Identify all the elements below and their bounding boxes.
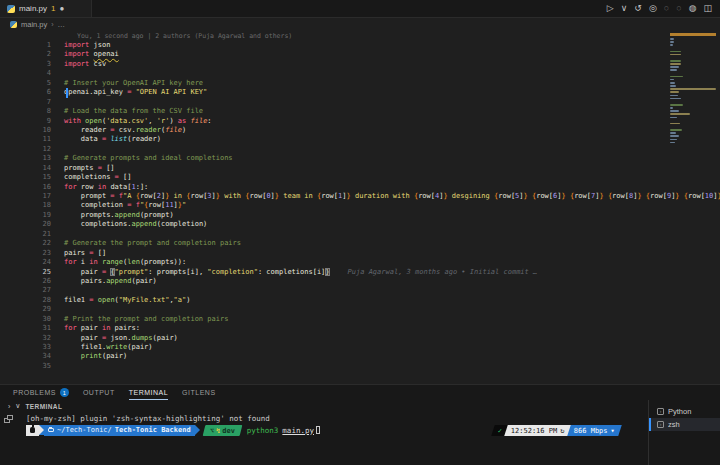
code-line[interactable]: 4	[0, 69, 720, 78]
code-line[interactable]: 5# Insert your OpenAI API key here	[0, 79, 720, 88]
line-number[interactable]: 1	[0, 41, 64, 50]
line-number[interactable]: 19	[0, 211, 64, 220]
code-line[interactable]: 8# Load the data from the CSV file	[0, 107, 720, 116]
code-line[interactable]: 33 file1.write(pair)	[0, 343, 720, 352]
panel-tab-problems[interactable]: PROBLEMS1	[13, 385, 69, 400]
line-number[interactable]: 29	[0, 305, 64, 314]
code-line[interactable]: 18 completion = f"{row[11]}"	[0, 201, 720, 210]
code-line[interactable]: 13# Generate prompts and ideal completio…	[0, 154, 720, 163]
code-line[interactable]: 2import openai	[0, 50, 720, 59]
line-number[interactable]: 14	[0, 164, 64, 173]
run-dropdown-button[interactable]: ∨	[621, 4, 628, 13]
line-number[interactable]: 11	[0, 135, 64, 144]
code-line[interactable]: 20 completions.append(completion)	[0, 220, 720, 229]
code-line[interactable]: 7	[0, 98, 720, 107]
terminal-prompt-line[interactable]: ~/Tech-Tonic/Tech-Tonic Backend ⌥ ↯ dev …	[26, 424, 648, 436]
line-number[interactable]: 15	[0, 173, 64, 182]
code-line[interactable]: 29	[0, 305, 720, 314]
code-line[interactable]: 35	[0, 362, 720, 371]
codelens-authors[interactable]: You, 1 second ago | 2 authors (Puja Agar…	[0, 31, 720, 41]
gitlens-annotations-icon[interactable]: ◍	[689, 4, 697, 13]
line-number[interactable]: 12	[0, 145, 64, 154]
next-change-icon[interactable]: ○	[676, 4, 681, 13]
panel-tab-gitlens[interactable]: GITLENS	[182, 385, 215, 400]
line-number[interactable]: 28	[0, 296, 64, 305]
terminal-command[interactable]: python3 main.py	[247, 426, 320, 435]
code-line[interactable]: 3import csv	[0, 60, 720, 69]
line-number[interactable]: 33	[0, 343, 64, 352]
line-number[interactable]: 8	[0, 107, 64, 116]
line-number[interactable]: 4	[0, 69, 64, 78]
line-number[interactable]: 26	[0, 277, 64, 286]
open-changes-icon[interactable]: ◎	[649, 4, 657, 13]
code-line[interactable]: 24for i in range(len(prompts)):	[0, 258, 720, 267]
previous-change-icon[interactable]: ○	[664, 4, 669, 13]
code-line[interactable]: 30# Print the prompt and completion pair…	[0, 315, 720, 324]
run-python-file-button[interactable]: ▷	[607, 4, 614, 13]
line-number[interactable]: 21	[0, 230, 64, 239]
line-number[interactable]: 13	[0, 154, 64, 163]
line-number[interactable]: 35	[0, 362, 64, 371]
chevron-down-icon[interactable]: ∨	[15, 402, 20, 410]
line-number[interactable]: 17	[0, 192, 64, 201]
panel-tab-terminal[interactable]: TERMINAL	[129, 385, 168, 400]
code-editor[interactable]: You, 1 second ago | 2 authors (Puja Agar…	[0, 31, 720, 384]
line-number[interactable]: 5	[0, 79, 64, 88]
code-line[interactable]: 28file1 = open("MyFile.txt","a")	[0, 296, 720, 305]
code-line[interactable]: 1import json	[0, 41, 720, 50]
line-number[interactable]: 6	[0, 88, 64, 97]
code-line[interactable]: 6openai.api_key = "OPEN AI API KEY"	[0, 88, 720, 97]
line-number[interactable]: 27	[0, 286, 64, 295]
line-number[interactable]: 20	[0, 220, 64, 229]
terminal-instance-zsh[interactable]: ›zsh	[649, 418, 720, 431]
code-line[interactable]: 17 prompt = f"A {row[2]} in {row[3]} wit…	[0, 192, 720, 201]
code-line[interactable]: 19 prompts.append(prompt)	[0, 211, 720, 220]
terminal-pane[interactable]: › ∨ TERMINAL [oh-my-zsh] plugin 'zsh-syn…	[0, 400, 648, 465]
code-line[interactable]: 9with open('data.csv', 'r') as file:	[0, 117, 720, 126]
breadcrumb-file[interactable]: main.py	[21, 20, 47, 29]
terminal-section-header[interactable]: › ∨ TERMINAL	[0, 400, 648, 412]
code-line[interactable]: 21	[0, 230, 720, 239]
panel-tab-output[interactable]: OUTPUT	[83, 385, 115, 400]
code-line[interactable]: 22# Generate the prompt and completion p…	[0, 239, 720, 248]
timeline-history-icon[interactable]: ↺	[634, 4, 642, 13]
line-number[interactable]: 23	[0, 249, 64, 258]
line-number[interactable]: 3	[0, 60, 64, 69]
line-number[interactable]: 10	[0, 126, 64, 135]
line-number[interactable]: 7	[0, 98, 64, 107]
line-number[interactable]: 34	[0, 352, 64, 361]
line-number[interactable]: 31	[0, 324, 64, 333]
tab-main-py[interactable]: main.py 1 ●	[0, 0, 92, 17]
line-number[interactable]: 24	[0, 258, 64, 267]
code-line[interactable]: 12	[0, 145, 720, 154]
minimap[interactable]	[670, 33, 718, 148]
code-line[interactable]: 10 reader = csv.reader(file)	[0, 126, 720, 135]
breadcrumb[interactable]: main.py › …	[0, 18, 720, 31]
breadcrumb-more[interactable]: …	[58, 20, 66, 29]
code-line[interactable]: 27	[0, 286, 720, 295]
line-number[interactable]: 32	[0, 334, 64, 343]
code-line[interactable]: 34 print(pair)	[0, 352, 720, 361]
code-line[interactable]: 26 pairs.append(pair)	[0, 277, 720, 286]
terminal-content[interactable]: [oh-my-zsh] plugin 'zsh-syntax-highlight…	[0, 412, 648, 436]
code-line[interactable]: 25 pair = {"prompt": prompts[i], "comple…	[0, 268, 720, 277]
code-line[interactable]: 31for pair in pairs:	[0, 324, 720, 333]
line-number[interactable]: 30	[0, 315, 64, 324]
code-line[interactable]: 16for row in data[1:]:	[0, 183, 720, 192]
overlapping-windows-icon[interactable]	[4, 415, 13, 424]
split-editor-icon[interactable]: ◫	[703, 4, 712, 13]
code-line[interactable]: 23pairs = []	[0, 249, 720, 258]
line-number[interactable]: 18	[0, 201, 64, 210]
code-line[interactable]: 32 pair = json.dumps(pair)	[0, 334, 720, 343]
line-number[interactable]: 2	[0, 50, 64, 59]
terminal-instance-python[interactable]: ›Python	[649, 405, 720, 418]
code-line[interactable]: 14prompts = []	[0, 164, 720, 173]
line-number[interactable]: 16	[0, 183, 64, 192]
panel-expand-icon[interactable]: ›	[8, 403, 10, 410]
tab-dirty-indicator[interactable]: ●	[59, 4, 64, 13]
code-line[interactable]: 11 data = list(reader)	[0, 135, 720, 144]
line-number[interactable]: 22	[0, 239, 64, 248]
code-line[interactable]: 15completions = []	[0, 173, 720, 182]
line-number[interactable]: 25	[0, 268, 64, 277]
line-number[interactable]: 9	[0, 117, 64, 126]
